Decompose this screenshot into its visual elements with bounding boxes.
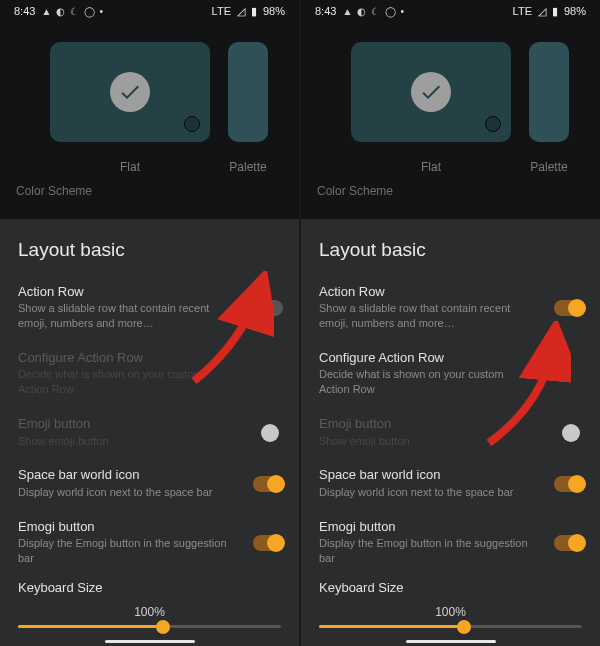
setting-sub: Show a slidable row that contain recent … bbox=[319, 301, 536, 331]
slider-fill bbox=[319, 625, 464, 628]
theme-label-flat: Flat bbox=[351, 160, 511, 174]
setting-sub: Decide what is shown on your custom Acti… bbox=[319, 367, 536, 397]
status-battery: 98% bbox=[263, 5, 285, 17]
slider-fill bbox=[18, 625, 163, 628]
setting-keyboard-size[interactable]: Keyboard Size 100% bbox=[0, 576, 299, 628]
setting-title: Emogi button bbox=[319, 518, 536, 536]
radio-emoji bbox=[261, 424, 279, 442]
settings-panel: Layout basic Action Row Show a slidable … bbox=[301, 219, 600, 646]
setting-title: Action Row bbox=[18, 283, 235, 301]
theme-label-palette: Palette bbox=[228, 160, 268, 174]
nav-handle-icon[interactable] bbox=[406, 640, 496, 643]
theme-label-flat: Flat bbox=[50, 160, 210, 174]
radio-emoji bbox=[562, 424, 580, 442]
settings-panel: Layout basic Action Row Show a slidable … bbox=[0, 219, 299, 646]
theme-card-flat[interactable] bbox=[50, 42, 210, 142]
slider-thumb[interactable] bbox=[156, 620, 170, 634]
setting-configure-action-row[interactable]: Configure Action Row Decide what is show… bbox=[301, 341, 600, 407]
setting-emogi-button[interactable]: Emogi button Display the Emogi button in… bbox=[301, 510, 600, 576]
status-network: LTE bbox=[212, 5, 231, 17]
checkmark-icon bbox=[411, 72, 451, 112]
setting-title: Emogi button bbox=[18, 518, 235, 536]
status-bar: 8:43 ▲ ◐ ☾ ◯ • LTE ◿ ▮ 98% bbox=[301, 0, 600, 22]
setting-keyboard-size[interactable]: Keyboard Size 100% bbox=[301, 576, 600, 628]
section-color-scheme: Color Scheme bbox=[0, 174, 299, 206]
status-time: 8:43 bbox=[14, 5, 35, 17]
slider-thumb[interactable] bbox=[457, 620, 471, 634]
setting-sub: Show emoji button bbox=[18, 434, 235, 449]
section-color-scheme: Color Scheme bbox=[301, 174, 600, 206]
slider-track[interactable] bbox=[319, 625, 582, 628]
signal-icon: ◿ bbox=[237, 5, 245, 18]
battery-icon: ▮ bbox=[251, 5, 257, 18]
toggle-emogi[interactable] bbox=[554, 535, 584, 551]
slider-value: 100% bbox=[18, 605, 281, 619]
toggle-space-bar[interactable] bbox=[253, 476, 283, 492]
status-time: 8:43 bbox=[315, 5, 336, 17]
setting-sub: Show emoji button bbox=[319, 434, 536, 449]
setting-sub: Decide what is shown on your custom Acti… bbox=[18, 367, 235, 397]
setting-emoji-button: Emoji button Show emoji button bbox=[0, 407, 299, 458]
status-icons-left: ▲ ◐ ☾ ◯ • bbox=[342, 6, 405, 17]
setting-emoji-button: Emoji button Show emoji button bbox=[301, 407, 600, 458]
screenshot-left: 8:43 ▲ ◐ ☾ ◯ • LTE ◿ ▮ 98% Flat Palette … bbox=[0, 0, 299, 646]
slider-value: 100% bbox=[319, 605, 582, 619]
group-title: Layout basic bbox=[301, 229, 600, 275]
theme-card-palette[interactable] bbox=[529, 42, 569, 142]
setting-sub: Display world icon next to the space bar bbox=[319, 485, 536, 500]
setting-title: Space bar world icon bbox=[18, 466, 235, 484]
selected-dot-icon bbox=[184, 116, 200, 132]
setting-sub: Display world icon next to the space bar bbox=[18, 485, 235, 500]
setting-sub: Display the Emogi button in the suggesti… bbox=[18, 536, 235, 566]
toggle-action-row[interactable] bbox=[554, 300, 584, 316]
theme-card-flat[interactable] bbox=[351, 42, 511, 142]
signal-icon: ◿ bbox=[538, 5, 546, 18]
group-title: Layout basic bbox=[0, 229, 299, 275]
setting-sub: Show a slidable row that contain recent … bbox=[18, 301, 235, 331]
setting-space-bar-world-icon[interactable]: Space bar world icon Display world icon … bbox=[301, 458, 600, 509]
setting-title: Keyboard Size bbox=[18, 580, 281, 595]
status-battery: 98% bbox=[564, 5, 586, 17]
theme-preview-area: Flat Palette Color Scheme bbox=[301, 22, 600, 218]
toggle-emogi[interactable] bbox=[253, 535, 283, 551]
toggle-space-bar[interactable] bbox=[554, 476, 584, 492]
setting-title: Configure Action Row bbox=[18, 349, 235, 367]
checkmark-icon bbox=[110, 72, 150, 112]
battery-icon: ▮ bbox=[552, 5, 558, 18]
setting-configure-action-row: Configure Action Row Decide what is show… bbox=[0, 341, 299, 407]
slider-track[interactable] bbox=[18, 625, 281, 628]
setting-emogi-button[interactable]: Emogi button Display the Emogi button in… bbox=[0, 510, 299, 576]
toggle-action-row[interactable] bbox=[253, 300, 283, 316]
setting-sub: Display the Emogi button in the suggesti… bbox=[319, 536, 536, 566]
status-icons-left: ▲ ◐ ☾ ◯ • bbox=[41, 6, 104, 17]
setting-title: Emoji button bbox=[319, 415, 536, 433]
setting-action-row[interactable]: Action Row Show a slidable row that cont… bbox=[301, 275, 600, 341]
theme-preview-area: Flat Palette Color Scheme bbox=[0, 22, 299, 218]
theme-card-palette[interactable] bbox=[228, 42, 268, 142]
setting-action-row[interactable]: Action Row Show a slidable row that cont… bbox=[0, 275, 299, 341]
screenshot-right: 8:43 ▲ ◐ ☾ ◯ • LTE ◿ ▮ 98% Flat Palette … bbox=[301, 0, 600, 646]
setting-title: Space bar world icon bbox=[319, 466, 536, 484]
setting-title: Keyboard Size bbox=[319, 580, 582, 595]
nav-handle-icon[interactable] bbox=[105, 640, 195, 643]
theme-label-palette: Palette bbox=[529, 160, 569, 174]
setting-title: Action Row bbox=[319, 283, 536, 301]
setting-space-bar-world-icon[interactable]: Space bar world icon Display world icon … bbox=[0, 458, 299, 509]
selected-dot-icon bbox=[485, 116, 501, 132]
status-network: LTE bbox=[513, 5, 532, 17]
status-bar: 8:43 ▲ ◐ ☾ ◯ • LTE ◿ ▮ 98% bbox=[0, 0, 299, 22]
setting-title: Configure Action Row bbox=[319, 349, 536, 367]
setting-title: Emoji button bbox=[18, 415, 235, 433]
